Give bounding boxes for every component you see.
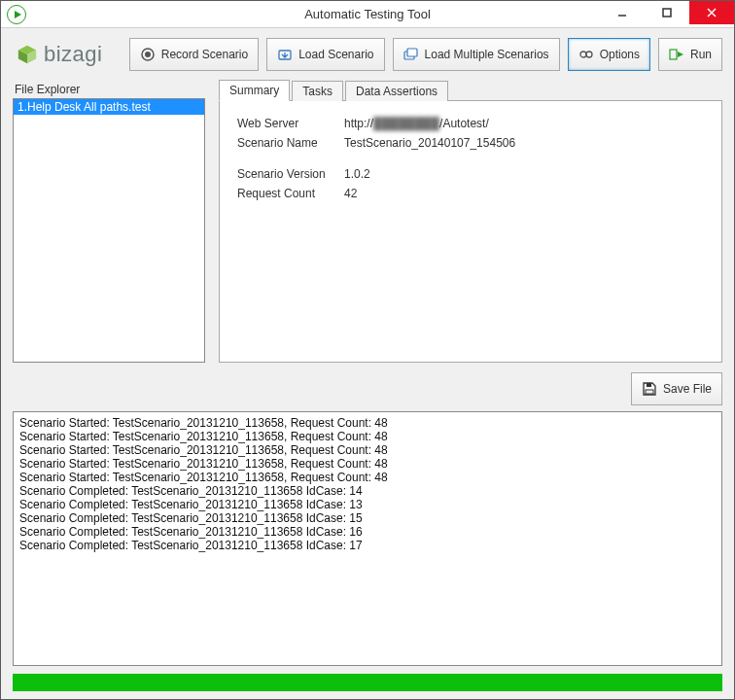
save-row: Save File — [13, 363, 722, 411]
record-icon — [140, 47, 156, 62]
titlebar: Automatic Testing Tool — [1, 1, 734, 28]
svg-rect-1 — [663, 9, 671, 17]
svg-rect-17 — [646, 390, 653, 394]
svg-rect-16 — [647, 383, 651, 387]
tabs: Summary Tasks Data Assertions — [219, 79, 722, 100]
options-label: Options — [600, 48, 640, 61]
svg-point-12 — [580, 52, 586, 57]
svg-point-8 — [145, 52, 151, 57]
run-icon — [669, 47, 684, 62]
window-buttons — [600, 1, 734, 27]
run-button[interactable]: Run — [658, 38, 722, 71]
web-server-label: Web Server — [237, 117, 344, 130]
scenario-version-label: Scenario Version — [237, 167, 344, 181]
file-explorer-panel: File Explorer 1.Help Desk All paths.test — [13, 79, 205, 363]
save-file-button[interactable]: Save File — [631, 372, 722, 405]
content-area: bizagi Record Scenario Load Scenario Loa… — [1, 28, 734, 699]
minimize-button[interactable] — [600, 1, 645, 24]
load-multiple-label: Load Multiple Scenarios — [425, 48, 549, 61]
app-window: Automatic Testing Tool bizagi Record Sce… — [0, 0, 735, 700]
scenario-name-value: TestScenario_20140107_154506 — [344, 136, 515, 150]
options-icon — [578, 47, 594, 62]
load-multiple-scenarios-button[interactable]: Load Multiple Scenarios — [393, 38, 560, 71]
app-icon — [7, 5, 26, 24]
tab-tasks[interactable]: Tasks — [292, 81, 343, 101]
record-scenario-button[interactable]: Record Scenario — [129, 38, 259, 71]
save-file-label: Save File — [663, 382, 712, 396]
progress-bar — [13, 674, 722, 691]
close-button[interactable] — [689, 1, 734, 24]
svg-rect-14 — [670, 50, 677, 59]
scenario-name-label: Scenario Name — [237, 136, 344, 150]
logo-icon — [17, 44, 38, 65]
svg-rect-11 — [407, 49, 417, 56]
web-server-value: http://████████/Autotest/ — [344, 117, 489, 130]
row-scenario-name: Scenario Name TestScenario_20140107_1545… — [237, 136, 704, 150]
toolbar: bizagi Record Scenario Load Scenario Loa… — [13, 38, 722, 71]
scenario-version-value: 1.0.2 — [344, 167, 370, 181]
file-tree[interactable]: 1.Help Desk All paths.test — [13, 98, 205, 363]
request-count-label: Request Count — [237, 187, 344, 200]
file-item[interactable]: 1.Help Desk All paths.test — [14, 99, 204, 115]
run-label: Run — [690, 48, 712, 61]
logo-text: bizagi — [44, 42, 102, 67]
log-output[interactable]: Scenario Started: TestScenario_20131210_… — [13, 411, 722, 666]
tab-data-assertions[interactable]: Data Assertions — [345, 81, 448, 101]
row-request-count: Request Count 42 — [237, 187, 704, 200]
row-scenario-version: Scenario Version 1.0.2 — [237, 167, 704, 181]
file-explorer-title: File Explorer — [13, 79, 205, 98]
load-icon — [277, 47, 293, 62]
request-count-value: 42 — [344, 187, 357, 200]
svg-marker-15 — [678, 52, 683, 57]
tab-summary[interactable]: Summary — [219, 80, 290, 101]
tab-body: Web Server http://████████/Autotest/ Sce… — [219, 100, 722, 363]
options-button[interactable]: Options — [568, 38, 650, 71]
maximize-button[interactable] — [645, 1, 689, 24]
main-row: File Explorer 1.Help Desk All paths.test… — [13, 79, 722, 363]
load-multiple-icon — [403, 47, 419, 62]
row-web-server: Web Server http://████████/Autotest/ — [237, 117, 704, 130]
svg-point-13 — [586, 52, 592, 57]
record-label: Record Scenario — [161, 48, 248, 61]
logo: bizagi — [13, 42, 102, 67]
save-icon — [642, 381, 657, 397]
detail-panel: Summary Tasks Data Assertions Web Server… — [219, 79, 722, 363]
load-label: Load Scenario — [298, 48, 373, 61]
load-scenario-button[interactable]: Load Scenario — [266, 38, 384, 71]
